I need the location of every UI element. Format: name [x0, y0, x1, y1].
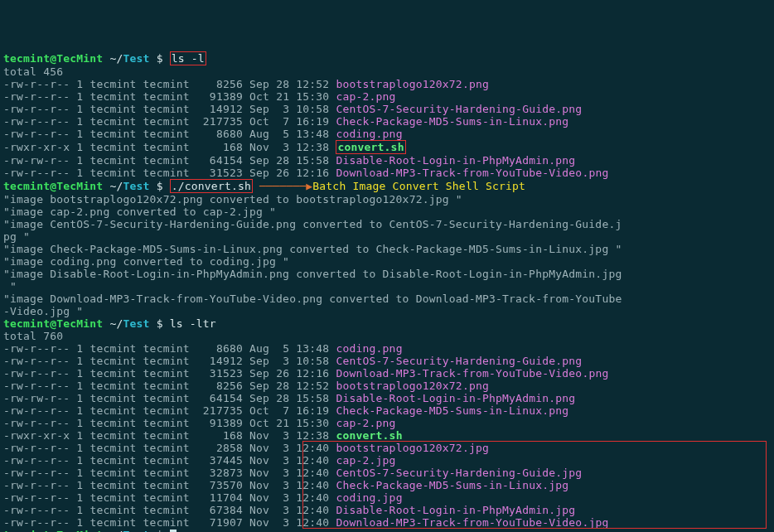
- script-output: "image bootstraplogo120x72.png converted…: [3, 193, 771, 206]
- filename: coding.png: [336, 128, 402, 140]
- ls-row: -rwxr-xr-x 1 tecmint tecmint 168 Nov 3 1…: [3, 140, 771, 154]
- prompt-dollar: $: [157, 317, 163, 330]
- prompt-dir: Test: [123, 317, 150, 330]
- prompt-dir: Test: [123, 180, 150, 192]
- ls-row: -rw-r--r-- 1 tecmint tecmint 91389 Oct 2…: [3, 417, 771, 429]
- arrow-icon: ───────▶: [259, 180, 312, 192]
- prompt-userhost: tecmint@TecMint: [3, 52, 103, 65]
- command-input[interactable]: ./convert.sh: [172, 180, 251, 192]
- ls-total: total 760: [3, 330, 771, 342]
- script-output: "image coding.png converted to coding.jp…: [3, 255, 771, 268]
- script-output: pg ": [3, 230, 771, 243]
- ls-row: -rw-r--r-- 1 tecmint tecmint 14912 Sep 3…: [3, 355, 771, 367]
- filename: Download-MP3-Track-from-YouTube-Video.pn…: [336, 367, 608, 380]
- script-output: "image Disable-Root-Login-in-PhpMyAdmin.…: [3, 268, 771, 280]
- prompt-line[interactable]: tecmint@TecMint ~/Test $ ./convert.sh ──…: [3, 179, 771, 193]
- prompt-tilde: ~/: [109, 529, 123, 532]
- ls-row: -rw-r--r-- 1 tecmint tecmint 8256 Sep 28…: [3, 380, 771, 392]
- ls-total: total 456: [3, 65, 771, 78]
- prompt-tilde: ~/: [109, 317, 123, 330]
- highlight-box: ./convert.sh: [170, 179, 253, 193]
- filename: bootstraplogo120x72.png: [336, 78, 489, 90]
- ls-row: -rw-rw-r-- 1 tecmint tecmint 64154 Sep 2…: [3, 392, 771, 404]
- terminal[interactable]: tecmint@TecMint ~/Test $ ls -ltotal 456-…: [3, 51, 771, 532]
- filename: Download-MP3-Track-from-YouTube-Video.pn…: [336, 167, 608, 179]
- prompt-dollar: $: [157, 180, 163, 192]
- ls-row: -rw-r--r-- 1 tecmint tecmint 31523 Sep 2…: [3, 367, 771, 380]
- ls-row: -rw-r--r-- 1 tecmint tecmint 217735 Oct …: [3, 115, 771, 128]
- filename: cap-2.png: [336, 90, 395, 103]
- highlight-box: convert.sh: [336, 140, 405, 154]
- script-output: "image CentOS-7-Security-Hardening-Guide…: [3, 218, 771, 230]
- script-output: "image Download-MP3-Track-from-YouTube-V…: [3, 293, 771, 305]
- ls-row: -rw-r--r-- 1 tecmint tecmint 8680 Aug 5 …: [3, 342, 771, 355]
- ls-row: -rw-r--r-- 1 tecmint tecmint 91389 Oct 2…: [3, 90, 771, 103]
- filename: Check-Package-MD5-Sums-in-Linux.png: [336, 115, 568, 128]
- filename: Check-Package-MD5-Sums-in-Linux.png: [336, 404, 568, 417]
- prompt-dir: Test: [123, 52, 150, 65]
- filename: Disable-Root-Login-in-PhpMyAdmin.png: [336, 154, 575, 167]
- ls-row: -rwxr-xr-x 1 tecmint tecmint 168 Nov 3 1…: [3, 429, 771, 442]
- filename: Disable-Root-Login-in-PhpMyAdmin.png: [336, 392, 575, 404]
- filename: convert.sh: [336, 429, 402, 442]
- ls-row: -rw-r--r-- 1 tecmint tecmint 8256 Sep 28…: [3, 78, 771, 90]
- prompt-tilde: ~/: [109, 52, 123, 65]
- script-output: -Video.jpg ": [3, 305, 771, 317]
- prompt-dollar: $: [157, 52, 163, 65]
- filename: bootstraplogo120x72.png: [336, 380, 489, 392]
- ls-row: -rw-r--r-- 1 tecmint tecmint 217735 Oct …: [3, 404, 771, 417]
- filename: cap-2.png: [336, 417, 395, 429]
- ls-row: -rw-rw-r-- 1 tecmint tecmint 64154 Sep 2…: [3, 154, 771, 167]
- ls-row: -rw-r--r-- 1 tecmint tecmint 8680 Aug 5 …: [3, 128, 771, 140]
- filename: CentOS-7-Security-Hardening-Guide.png: [336, 355, 582, 367]
- highlight-box-large: [302, 441, 767, 529]
- script-output: "image cap-2.png converted to cap-2.jpg …: [3, 206, 771, 218]
- prompt-line[interactable]: tecmint@TecMint ~/Test $ ls -l: [3, 51, 771, 65]
- results-block: -rw-r--r-- 1 tecmint tecmint 2858 Nov 3 …: [3, 442, 771, 529]
- prompt-dollar: $: [157, 529, 163, 532]
- filename: convert.sh: [337, 141, 404, 153]
- annotation-label: Batch Image Convert Shell Script: [312, 180, 525, 192]
- script-output: "image Check-Package-MD5-Sums-in-Linux.p…: [3, 243, 771, 255]
- script-output: ": [3, 280, 771, 293]
- prompt-line[interactable]: tecmint@TecMint ~/Test $ ls -ltr: [3, 317, 771, 330]
- prompt-userhost: tecmint@TecMint: [3, 529, 103, 532]
- command-input[interactable]: ls -l: [172, 52, 205, 65]
- filename: coding.png: [336, 342, 402, 355]
- prompt-userhost: tecmint@TecMint: [3, 317, 103, 330]
- command-input[interactable]: ls -ltr: [170, 317, 216, 330]
- prompt-line[interactable]: tecmint@TecMint ~/Test $: [3, 529, 771, 532]
- ls-row: -rw-r--r-- 1 tecmint tecmint 31523 Sep 2…: [3, 167, 771, 179]
- filename: CentOS-7-Security-Hardening-Guide.png: [336, 103, 582, 115]
- prompt-userhost: tecmint@TecMint: [3, 180, 103, 192]
- highlight-box: ls -l: [170, 51, 206, 65]
- prompt-dir: Test: [123, 529, 150, 532]
- prompt-tilde: ~/: [109, 180, 123, 192]
- ls-row: -rw-r--r-- 1 tecmint tecmint 14912 Sep 3…: [3, 103, 771, 115]
